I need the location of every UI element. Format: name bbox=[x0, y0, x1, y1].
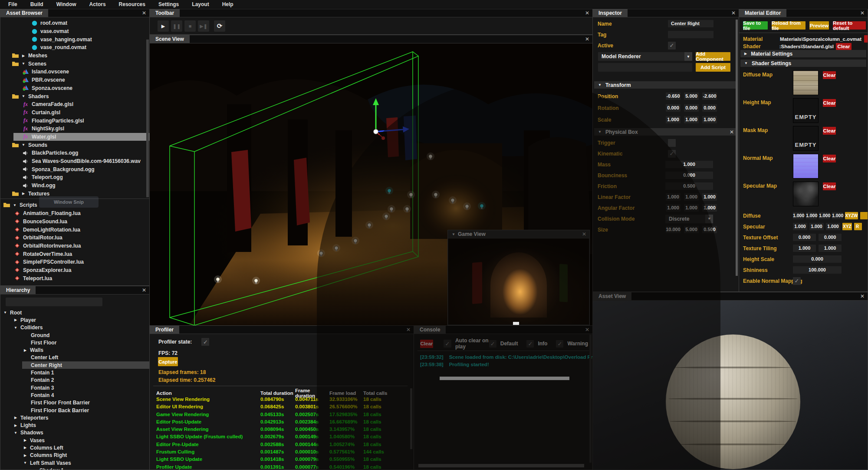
hierarchy-item-first-floor-front-barrier[interactable]: First Floor Front Barrier bbox=[0, 399, 149, 407]
clear-button[interactable]: Clear bbox=[836, 43, 852, 50]
play-button[interactable]: ▶ bbox=[158, 20, 169, 32]
profiler-row-editor-pre-update[interactable]: Editor Pre-Update0.002588s0.000144s1.005… bbox=[150, 440, 409, 448]
console-hscrollbar[interactable] bbox=[418, 464, 584, 467]
shininess-input[interactable]: 100.000 bbox=[793, 266, 842, 274]
asset-item-vase-hanging-ovmat[interactable]: vase_hanging.ovmat bbox=[0, 35, 149, 43]
tab-toolbar[interactable]: Toolbar bbox=[150, 9, 180, 17]
tab-asset-view[interactable]: Asset View bbox=[593, 292, 631, 300]
tab-inspector[interactable]: Inspector bbox=[593, 9, 628, 17]
hierarchy-item-center-left[interactable]: Center Left bbox=[0, 354, 149, 361]
bounciness-input[interactable]: 0.000 bbox=[665, 172, 713, 179]
texture-offset-x-input[interactable]: 0.000 bbox=[793, 234, 816, 241]
menu-window[interactable]: Window bbox=[50, 1, 83, 7]
close-icon[interactable]: ✕ bbox=[142, 9, 146, 17]
profiler-scrollbar[interactable] bbox=[410, 388, 412, 449]
asset-item-teleport-lua[interactable]: Teleport.lua bbox=[0, 274, 149, 282]
hierarchy-item-teleporters[interactable]: ▶Teleporters bbox=[0, 414, 149, 421]
save-to-file-button[interactable]: Save to file bbox=[743, 21, 768, 30]
asset-item-sponza-background-ogg[interactable]: Sponza_Background.ogg bbox=[0, 165, 149, 173]
map-thumbnail-normal[interactable] bbox=[793, 154, 819, 179]
capture-button[interactable]: Capture bbox=[158, 357, 178, 366]
console-filter-info-checkbox[interactable] bbox=[526, 340, 534, 348]
clear-button[interactable]: Clear bbox=[823, 99, 836, 107]
auto-clear-checkbox[interactable] bbox=[444, 340, 451, 348]
hierarchy-item-fontain-4[interactable]: Fontain 4 bbox=[0, 391, 149, 399]
diffuse-g-input[interactable]: 1.000 bbox=[806, 212, 817, 219]
map-thumbnail-diffuse[interactable] bbox=[793, 70, 819, 95]
asset-item-meshes[interactable]: ▶Meshes bbox=[0, 52, 149, 60]
game-view-window[interactable]: ▼ Game View ✕ bbox=[447, 230, 590, 325]
hierarchy-item-columns-right[interactable]: ▶Columns Right bbox=[0, 452, 149, 459]
size-z-input[interactable]: 0.500 bbox=[702, 226, 717, 233]
asset-item-pbr-ovscene[interactable]: PBR.ovscene bbox=[0, 76, 149, 84]
asset-item-sponza-ovscene[interactable]: Sponza.ovscene bbox=[0, 84, 149, 93]
asset-item-sea-waves-soundbible-com-946156036-wav[interactable]: Sea Waves-SoundBible.com-946156036.wav bbox=[0, 157, 149, 165]
asset-item-teleport-ogg[interactable]: Teleport.ogg bbox=[0, 173, 149, 182]
profiler-row-game-view-rendering[interactable]: Game View Rendering0.045133s0.002507s17.… bbox=[150, 410, 409, 418]
preview-button[interactable]: Preview bbox=[809, 21, 829, 30]
asset-item-rotateovertime-lua[interactable]: RotateOverTime.lua bbox=[0, 250, 149, 258]
profiler-row-scene-view-rendering[interactable]: Scene View Rendering0.084790s0.004711s32… bbox=[150, 395, 409, 403]
menu-settings[interactable]: Settings bbox=[152, 1, 185, 7]
asset-item-wind-ogg[interactable]: Wind.ogg bbox=[0, 182, 149, 190]
height-scale-input[interactable]: 0.000 bbox=[793, 255, 842, 263]
enable-normal-mapping-checkbox[interactable] bbox=[793, 277, 801, 285]
chevron-down-icon[interactable]: ▼ bbox=[452, 230, 455, 238]
position-x-input[interactable]: -0.650 bbox=[666, 93, 681, 100]
clear-button[interactable]: Clear bbox=[823, 71, 836, 79]
scale-x-input[interactable]: 1.000 bbox=[666, 116, 681, 123]
asset-item-orbitalrotorinverse-lua[interactable]: OrbitalRotorInverse.lua bbox=[0, 242, 149, 250]
tag-input[interactable] bbox=[668, 31, 713, 38]
clear-button[interactable]: Clear bbox=[823, 155, 836, 162]
scale-y-input[interactable]: 1.000 bbox=[684, 116, 699, 123]
angular-factor-y-input[interactable]: 1.000 bbox=[684, 204, 699, 212]
tab-asset-browser[interactable]: Asset Browser bbox=[0, 9, 48, 17]
diffuse-b-input[interactable]: 1.000 bbox=[819, 212, 830, 219]
linear-factor-y-input[interactable]: 1.000 bbox=[684, 193, 699, 201]
console-vscrollbar[interactable] bbox=[589, 334, 592, 463]
close-icon[interactable]: ✕ bbox=[860, 9, 865, 17]
tab-profiler[interactable]: Profiler bbox=[150, 326, 179, 334]
rotation-y-input[interactable]: 0.000 bbox=[684, 104, 699, 112]
clear-button-clipped[interactable] bbox=[864, 35, 868, 43]
hierarchy-item-first-floor[interactable]: First Floor bbox=[0, 339, 149, 346]
profiler-row-light-ssbo-update[interactable]: Light SSBO Update0.001418s0.000079s0.550… bbox=[150, 456, 409, 463]
reset-to-default-button[interactable]: Reset to default bbox=[833, 21, 866, 30]
asset-item-blackparticles-ogg[interactable]: BlackParticles.ogg bbox=[0, 149, 149, 157]
tab-console[interactable]: Console bbox=[414, 326, 446, 334]
hierarchy-item-shadows[interactable]: ▼Shadows bbox=[0, 429, 149, 437]
menu-layout[interactable]: Layout bbox=[185, 1, 215, 7]
asset-item-floatingparticles-glsl[interactable]: fxFloatingParticles.glsl bbox=[0, 116, 149, 125]
name-input[interactable]: Center Right bbox=[668, 20, 713, 27]
game-view-viewport[interactable] bbox=[448, 238, 589, 324]
mass-input[interactable]: 1.000 bbox=[665, 161, 713, 168]
close-icon[interactable]: ✕ bbox=[585, 326, 589, 334]
tab-scene-view[interactable]: Scene View bbox=[150, 35, 190, 43]
kinematic-checkbox[interactable] bbox=[668, 150, 676, 158]
angular-factor-x-input[interactable]: 1.000 bbox=[666, 204, 681, 212]
hierarchy-item-walls[interactable]: ▶Walls bbox=[0, 346, 149, 354]
profiler-row-profiler-update[interactable]: Profiler Update0.001391s0.000077s0.54019… bbox=[150, 463, 409, 470]
hierarchy-item-left-small-vases[interactable]: ▼Left Small Vases bbox=[0, 459, 149, 467]
close-icon[interactable]: ✕ bbox=[582, 230, 586, 238]
hierarchy-item-player[interactable]: ▶Player bbox=[0, 316, 149, 324]
asset-item-water-glsl[interactable]: fxWater.glsl bbox=[0, 133, 149, 141]
hierarchy-item-root[interactable]: ▼Root bbox=[0, 309, 149, 316]
tab-material-editor[interactable]: Material Editor bbox=[739, 9, 786, 17]
asset-item-demolightrotation-lua[interactable]: DemoLightRotation.lua bbox=[0, 225, 149, 234]
asset-item-roof-ovmat[interactable]: roof.ovmat bbox=[0, 19, 149, 27]
map-thumbnail-empty[interactable]: EMPTY bbox=[793, 98, 819, 123]
asset-item-vase-ovmat[interactable]: vase.ovmat bbox=[0, 27, 149, 36]
component-selector-dropdown[interactable]: Model Renderer ▼ bbox=[598, 52, 692, 61]
add-component-button[interactable]: Add Component bbox=[696, 52, 730, 61]
shader-settings-header[interactable]: ▼ Shader Settings bbox=[740, 60, 866, 67]
profiler-row-asset-view-rendering[interactable]: Asset View Rendering0.008094s0.000450s3.… bbox=[150, 425, 409, 433]
hierarchy-item-center-right[interactable]: Center Right bbox=[0, 361, 149, 369]
asset-item-island-ovscene[interactable]: Island.ovscene bbox=[0, 68, 149, 76]
map-thumbnail-specular[interactable] bbox=[793, 182, 819, 206]
asset-item-nightsky-glsl[interactable]: fxNightSky.glsl bbox=[0, 125, 149, 133]
position-z-input[interactable]: -2.600 bbox=[702, 93, 717, 100]
console-hscrollbar-top[interactable] bbox=[440, 377, 569, 380]
close-icon[interactable]: ✕ bbox=[406, 326, 411, 334]
profiler-row-editor-post-update[interactable]: Editor Post-Update0.042913s0.002384s16.6… bbox=[150, 418, 409, 425]
